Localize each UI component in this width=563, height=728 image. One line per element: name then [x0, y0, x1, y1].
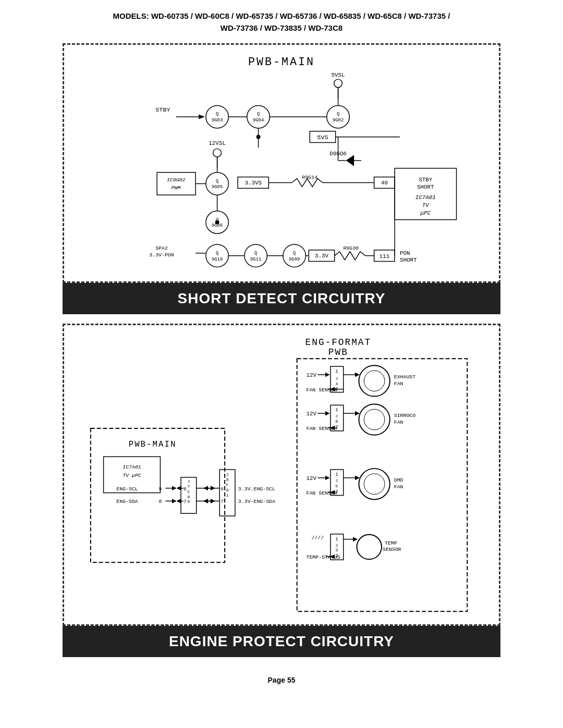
- svg-text:IC9G02: IC9G02: [167, 177, 186, 183]
- svg-text:FAN SENSOR: FAN SENSOR: [307, 490, 337, 496]
- svg-text:EXHAUST: EXHAUST: [394, 374, 416, 380]
- svg-text:1: 1: [335, 408, 338, 413]
- svg-text:3.3VS: 3.3VS: [244, 180, 262, 186]
- svg-marker-26: [346, 155, 353, 166]
- svg-text:40: 40: [381, 180, 388, 186]
- svg-point-133: [359, 365, 389, 396]
- svg-text:R9G14: R9G14: [302, 175, 317, 180]
- svg-text:R9G30: R9G30: [343, 245, 359, 251]
- page-number: Page 55: [268, 676, 296, 684]
- short-detect-banner: SHORT DETECT CIRCUITRY: [63, 283, 500, 314]
- svg-text:7: 7: [221, 499, 224, 504]
- svg-text:9G05: 9G05: [212, 184, 223, 190]
- svg-text:1: 1: [226, 493, 229, 498]
- svg-text:0: 0: [187, 499, 190, 504]
- svg-text:111: 111: [380, 253, 390, 260]
- svg-text:9G09: 9G09: [289, 257, 300, 262]
- svg-point-163: [364, 474, 385, 495]
- svg-point-149: [364, 409, 385, 430]
- svg-text:8: 8: [336, 419, 338, 424]
- svg-text:TEMP-STATUS: TEMP-STATUS: [307, 554, 340, 560]
- svg-text:DMD: DMD: [394, 477, 403, 483]
- svg-text:PON: PON: [400, 250, 410, 256]
- svg-text:8: 8: [158, 499, 162, 504]
- svg-text:μPC: μPC: [420, 210, 431, 216]
- svg-text:J: J: [226, 472, 229, 477]
- svg-text:PWM: PWM: [172, 185, 181, 191]
- svg-text:FAN: FAN: [394, 484, 403, 490]
- svg-text:PWB: PWB: [328, 347, 348, 357]
- svg-text:9G02: 9G02: [333, 118, 344, 123]
- svg-text:TEMP: TEMP: [385, 540, 397, 546]
- svg-text:9: 9: [158, 486, 162, 492]
- svg-text:IC7A01: IC7A01: [123, 464, 141, 470]
- svg-text:FAN SENSOR: FAN SENSOR: [307, 387, 337, 393]
- page-container: MODELS: WD-60735 / WD-60C8 / WD-65735 / …: [0, 0, 563, 728]
- svg-text:PWB-MAIN: PWB-MAIN: [248, 56, 315, 69]
- svg-text:7: 7: [187, 484, 190, 489]
- svg-text:9G10: 9G10: [212, 257, 223, 262]
- svg-text:IC7A01: IC7A01: [415, 194, 436, 201]
- svg-point-148: [359, 404, 389, 435]
- svg-point-175: [357, 535, 382, 560]
- svg-text:12V: 12V: [307, 372, 317, 378]
- svg-point-23: [213, 149, 222, 157]
- svg-text:4: 4: [336, 381, 338, 386]
- svg-text:ENG-SDA: ENG-SDA: [116, 499, 138, 504]
- svg-text:J: J: [187, 479, 190, 484]
- header-line1: MODELS: WD-60735 / WD-60C8 / WD-65735 / …: [113, 10, 450, 22]
- svg-text:Q: Q: [293, 251, 296, 256]
- svg-text:TV  μPC: TV μPC: [123, 473, 141, 478]
- svg-text:3: 3: [336, 548, 338, 552]
- short-detect-diagram: PWB-MAIN 5VSL STBY Q 9G03 Q 9G04 Q 9G02: [63, 43, 500, 283]
- svg-text:12VSL: 12VSL: [209, 140, 226, 146]
- svg-text:Q: Q: [257, 112, 260, 117]
- svg-text:Q: Q: [216, 251, 218, 256]
- svg-text:12V: 12V: [307, 411, 317, 417]
- svg-text:3.3V-ENG-SDA: 3.3V-ENG-SDA: [238, 499, 275, 504]
- svg-text:////: ////: [311, 535, 324, 541]
- svg-point-84: [256, 135, 261, 139]
- svg-text:TV: TV: [422, 202, 430, 208]
- svg-point-85: [215, 220, 219, 225]
- engine-protect-diagram: ENG-FORMAT PWB PWB-MAIN IC7A01 TV μPC EN…: [63, 324, 500, 626]
- svg-text:F: F: [226, 483, 229, 487]
- svg-text:FAN: FAN: [394, 419, 403, 425]
- svg-text:ENG-SCL: ENG-SCL: [116, 486, 138, 492]
- svg-text:J: J: [336, 543, 338, 548]
- svg-point-2: [334, 79, 342, 88]
- svg-text:9G03: 9G03: [212, 118, 223, 123]
- engine-protect-svg: ENG-FORMAT PWB PWB-MAIN IC7A01 TV μPC EN…: [64, 325, 499, 624]
- page-header: MODELS: WD-60735 / WD-60C8 / WD-65735 / …: [113, 10, 450, 34]
- svg-text:STBY: STBY: [155, 106, 170, 114]
- svg-text:FAN: FAN: [394, 381, 403, 387]
- svg-text:3.3V.ENG-SCL: 3.3V.ENG-SCL: [238, 486, 275, 492]
- svg-text:1: 1: [335, 472, 338, 477]
- svg-text:3.3V-PON: 3.3V-PON: [149, 252, 174, 258]
- svg-rect-35: [157, 172, 195, 195]
- svg-text:0: 0: [226, 488, 229, 492]
- svg-text:Q: Q: [216, 179, 218, 184]
- short-detect-svg: PWB-MAIN 5VSL STBY Q 9G03 Q 9G04 Q 9G02: [64, 45, 499, 281]
- svg-text:ENG-FORMAT: ENG-FORMAT: [305, 337, 372, 348]
- svg-point-162: [359, 468, 389, 499]
- svg-text:Q: Q: [254, 251, 257, 256]
- svg-text:C: C: [187, 489, 190, 494]
- svg-point-134: [364, 371, 385, 391]
- svg-text:SENSOR: SENSOR: [383, 547, 401, 552]
- svg-text:9G11: 9G11: [250, 257, 261, 262]
- svg-text:3.3V: 3.3V: [315, 253, 329, 259]
- svg-rect-88: [297, 359, 468, 611]
- svg-text:SHORT: SHORT: [400, 257, 417, 263]
- svg-text:1: 1: [335, 369, 338, 374]
- svg-text:5VS: 5VS: [317, 134, 328, 141]
- svg-text:SPA2: SPA2: [155, 245, 168, 251]
- svg-text:Q: Q: [337, 112, 339, 117]
- svg-text:J: J: [336, 478, 338, 483]
- svg-text:5VSL: 5VSL: [332, 72, 345, 78]
- svg-text:5: 5: [336, 484, 338, 488]
- svg-text:7: 7: [183, 499, 186, 504]
- svg-text:1: 1: [335, 537, 338, 542]
- svg-text:Q: Q: [216, 112, 218, 117]
- svg-text:J: J: [336, 414, 338, 418]
